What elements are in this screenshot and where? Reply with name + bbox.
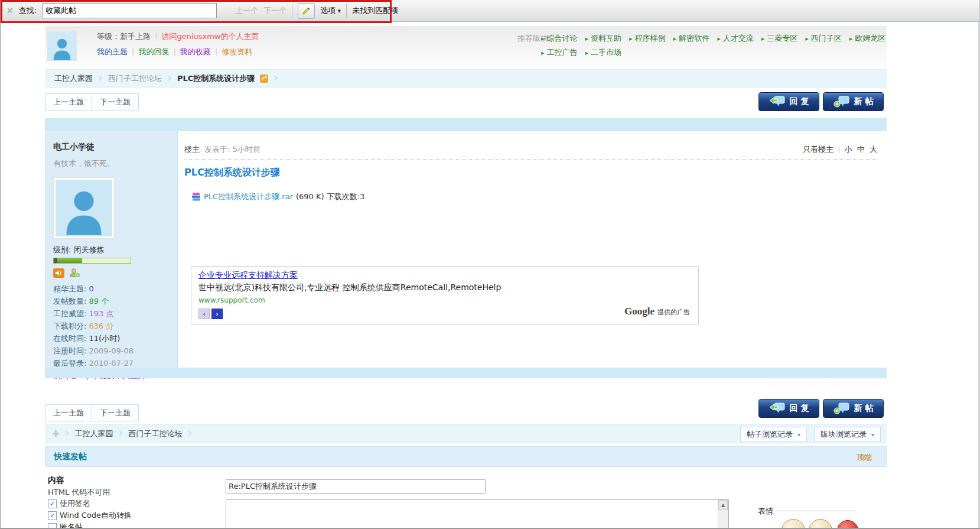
- browser-page: ✕ 查找: 上一个 下一个 选项 未找到匹配项 等级：新手上路访问geniusx…: [0, 0, 980, 529]
- speaker-icon[interactable]: [53, 268, 64, 278]
- level-progress-bar: [53, 258, 131, 264]
- message-textarea[interactable]: ▲: [226, 499, 729, 529]
- attachment-link[interactable]: PLC控制系统设计步骤.rar: [204, 192, 293, 202]
- emoticon[interactable]: [809, 519, 832, 529]
- recommend-row-1: 综合讨论 资料互助 程序样例 解密软件 人才交流 三菱专区 西门子区 欧姆龙区: [541, 33, 885, 44]
- prev-topic-button[interactable]: 上一主题: [45, 93, 92, 111]
- thread-history-dropdown[interactable]: 帖子浏览记录: [740, 427, 807, 442]
- new-post-button-bottom[interactable]: 新 帖: [823, 399, 884, 418]
- author-avatar[interactable]: [53, 177, 115, 239]
- scroll-up-arrow-icon[interactable]: ▲: [718, 500, 728, 510]
- quick-post-header: 快速发帖 顶端: [45, 446, 887, 467]
- back-to-top-link[interactable]: 顶端: [857, 452, 872, 463]
- html-disabled-note: HTML 代码不可用: [48, 487, 110, 498]
- my-replies-link[interactable]: 我的回复: [138, 47, 169, 56]
- chevron-icon: [98, 74, 103, 80]
- anonymous-checkbox[interactable]: 匿名帖: [48, 522, 83, 529]
- only-op-link[interactable]: 只看楼主: [803, 145, 834, 154]
- my-topics-link[interactable]: 我的主题: [97, 47, 128, 56]
- author-level: 级别: 闭关修炼: [53, 245, 169, 255]
- chevron-icon: [167, 74, 172, 80]
- emoticon[interactable]: [782, 519, 805, 529]
- ad-headline-link[interactable]: 企业专业远程支持解决方案: [198, 270, 298, 281]
- topic-nav-top: 上一主题 下一主题: [45, 93, 139, 111]
- forum-link[interactable]: 解密软件: [673, 33, 710, 44]
- google-ad: 企业专业远程支持解决方案 世中视远(北京)科技有限公司,专业远程 控制系统供应商…: [191, 266, 699, 325]
- forum-link[interactable]: 工控广告: [541, 47, 578, 58]
- find-input[interactable]: [42, 3, 217, 18]
- forum-link[interactable]: 人才交流: [717, 33, 754, 44]
- divider: [346, 4, 347, 18]
- prev-topic-button[interactable]: 上一主题: [45, 404, 92, 421]
- find-status-text: 未找到匹配项: [352, 5, 398, 16]
- plus-icon[interactable]: ✚: [52, 429, 60, 439]
- post-header-strip: [45, 118, 887, 131]
- breadcrumb-home[interactable]: 工控人家园: [54, 73, 93, 84]
- reply-button-label: 回 复: [790, 96, 809, 107]
- edit-profile-link[interactable]: 修改资料: [222, 47, 252, 56]
- google-logo[interactable]: Google: [624, 306, 655, 317]
- forum-link[interactable]: 二手市场: [585, 47, 622, 58]
- highlight-all-button[interactable]: [298, 3, 315, 19]
- breadcrumb-forum[interactable]: 西门子工控论坛: [108, 73, 162, 84]
- recommend-row-2: 工控广告 二手市场: [541, 47, 621, 58]
- quick-post-title: 快速发帖: [54, 452, 87, 462]
- close-icon[interactable]: ✕: [6, 6, 14, 15]
- forum-history-dropdown[interactable]: 版块浏览记录: [814, 427, 881, 442]
- reply-button-bottom[interactable]: 回 复: [758, 399, 819, 418]
- textarea-scrollbar[interactable]: ▲: [718, 500, 728, 529]
- find-next-button[interactable]: 下一个: [263, 5, 286, 16]
- visit-profile-link[interactable]: 访问geniusxmw的个人主页: [161, 32, 259, 41]
- find-bar: ✕ 查找: 上一个 下一个 选项 未找到匹配项: [1, 0, 979, 22]
- reply-button-label: 回 复: [790, 403, 809, 414]
- topic-share-icon[interactable]: [260, 74, 268, 83]
- forum-link[interactable]: 程序样例: [629, 33, 666, 44]
- emotion-label: 表情: [758, 506, 773, 517]
- avatar[interactable]: [47, 31, 77, 61]
- post-view-options: 只看楼主小 中 大: [803, 144, 877, 155]
- checkbox-label: 匿名帖: [60, 522, 83, 529]
- use-signature-checkbox[interactable]: 使用签名: [48, 498, 90, 509]
- font-large-link[interactable]: 大: [870, 145, 877, 154]
- ad-attribution-text: 提供的广告: [657, 308, 690, 317]
- forum-link[interactable]: 综合讨论: [541, 33, 578, 44]
- add-friend-icon[interactable]: [69, 268, 80, 278]
- post-title: PLC控制系统设计步骤: [184, 167, 280, 179]
- new-post-button-label: 新 帖: [854, 403, 874, 414]
- forum-link[interactable]: 三菱专区: [761, 33, 798, 44]
- forum-link[interactable]: 欧姆龙区: [849, 33, 886, 44]
- forum-link[interactable]: 资料互助: [585, 33, 622, 44]
- ad-description: 世中视远(北京)科技有限公司,专业远程 控制系统供应商RemoteCall,Re…: [198, 283, 501, 293]
- breadcrumb: 工控人家园 西门子工控论坛 PLC控制系统设计步骤: [45, 69, 887, 87]
- person-icon: [51, 37, 73, 60]
- breadcrumb-home[interactable]: 工控人家园: [75, 429, 113, 439]
- find-label: 查找:: [19, 5, 37, 16]
- user-level-line: 等级：新手上路访问geniusxmw的个人主页: [97, 31, 259, 42]
- my-favorites-link[interactable]: 我的收藏: [180, 47, 211, 56]
- font-small-link[interactable]: 小: [844, 145, 852, 154]
- ad-prev-arrow-icon[interactable]: ‹: [198, 309, 210, 319]
- find-prev-button[interactable]: 上一个: [235, 5, 258, 16]
- checkbox-icon[interactable]: [48, 499, 57, 508]
- forum-link[interactable]: 西门子区: [805, 33, 842, 44]
- post-meta: 楼主发表于: 5小时前: [184, 144, 261, 155]
- find-options-button[interactable]: 选项: [320, 5, 341, 16]
- font-medium-link[interactable]: 中: [857, 145, 865, 154]
- reply-button-top[interactable]: 回 复: [758, 92, 819, 111]
- checkbox-icon[interactable]: [48, 511, 57, 520]
- author-stats: 精华主题: 0 发帖数量: 89 个 工控威望: 193 点 下载积分: 636…: [53, 283, 169, 369]
- reply-bubble-icon: [769, 96, 786, 108]
- ad-next-arrow-icon[interactable]: ›: [211, 309, 223, 319]
- subject-input[interactable]: [226, 479, 486, 494]
- next-topic-button[interactable]: 下一主题: [92, 93, 139, 111]
- wind-code-checkbox[interactable]: Wind Code自动转换: [48, 510, 132, 521]
- chevron-icon: [274, 74, 278, 80]
- divider: [292, 4, 292, 18]
- next-topic-button[interactable]: 下一主题: [92, 404, 139, 421]
- post-footer-strip: [45, 368, 887, 378]
- breadcrumb-forum[interactable]: 西门子工控论坛: [129, 429, 183, 439]
- new-post-button-top[interactable]: 新 帖: [823, 92, 884, 111]
- emoticon[interactable]: [837, 520, 858, 529]
- divider: [776, 511, 856, 511]
- checkbox-icon[interactable]: [48, 523, 57, 529]
